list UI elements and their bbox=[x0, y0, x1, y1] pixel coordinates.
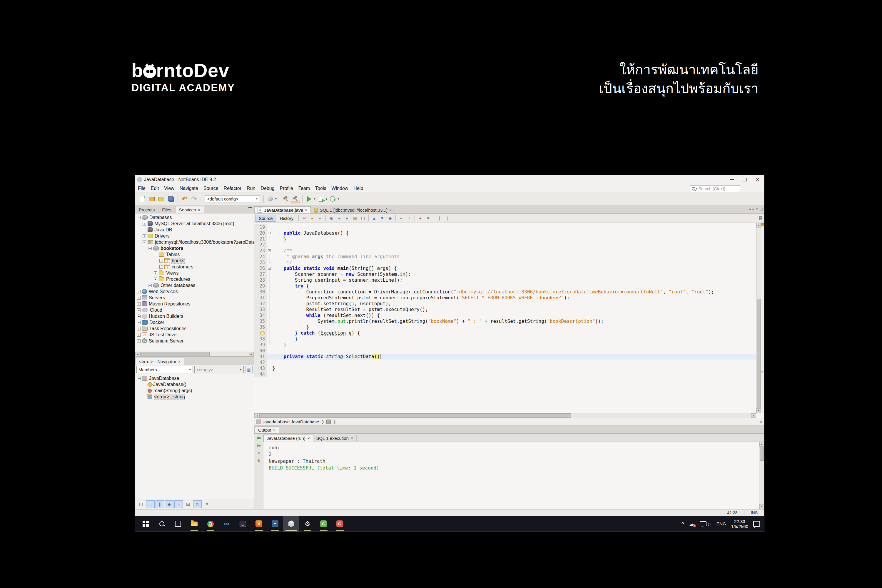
fold-box-marker[interactable] bbox=[267, 266, 272, 272]
expander-plus-icon[interactable]: + bbox=[137, 296, 141, 300]
expander-plus-icon[interactable]: + bbox=[137, 302, 141, 306]
find-selection-button[interactable]: ◉ bbox=[327, 214, 335, 222]
expander-minus-icon[interactable]: − bbox=[137, 216, 141, 219]
scroll-thumb[interactable] bbox=[760, 447, 764, 461]
last-edit-position-button[interactable]: ↩ bbox=[300, 214, 308, 222]
editor-tab-sql-1-jdbc-mysql-localhost-33[interactable]: SQL 1 [jdbc:mysql://localhost:33...]× bbox=[311, 207, 395, 213]
profile-project-button[interactable] bbox=[328, 194, 337, 204]
taskbar-camtasia[interactable] bbox=[315, 516, 332, 531]
code-line-20[interactable]: 20 public JavaDatabase() { bbox=[254, 230, 756, 236]
show-non-public-members-button[interactable]: ◆ bbox=[165, 500, 174, 508]
menu-run[interactable]: Run bbox=[244, 186, 258, 191]
close-icon[interactable]: × bbox=[760, 420, 762, 424]
close-icon[interactable]: × bbox=[178, 359, 180, 364]
code-line-31[interactable]: 31 PreparedStatement pstmt = connection.… bbox=[254, 295, 756, 301]
tree-item-java-db[interactable]: Java DB bbox=[135, 226, 254, 233]
tree-item-maven-repositories[interactable]: +Maven Repositories bbox=[135, 301, 254, 307]
editor-tab-javadatabase-java[interactable]: JavaDatabase.java× bbox=[254, 206, 311, 213]
previous-occurrence-button[interactable]: ▲ bbox=[370, 214, 378, 222]
run-project-dropdown-icon[interactable]: ▾ bbox=[314, 197, 315, 201]
project-configuration-select[interactable]: <default config>▾ bbox=[205, 195, 260, 203]
tab-services[interactable]: Services× bbox=[175, 206, 204, 213]
save-all-button[interactable] bbox=[166, 194, 176, 204]
tab-projects[interactable]: Projects bbox=[135, 206, 159, 213]
output-tab-sql-1-execution[interactable]: SQL 1 execution× bbox=[314, 435, 357, 442]
tree-item-bookstore[interactable]: −bookstore bbox=[135, 245, 254, 251]
tree-item-javadatabase[interactable]: JavaDatabase() bbox=[135, 381, 254, 387]
debug-project-button[interactable] bbox=[316, 194, 326, 204]
warning-bulb-icon[interactable] bbox=[260, 331, 265, 336]
fold-box-marker[interactable] bbox=[267, 230, 272, 236]
output-vscrollbar[interactable]: ▴ ▾ bbox=[759, 442, 764, 509]
code-editor[interactable]: 1920 public JavaDatabase() {21 }2223 /**… bbox=[254, 223, 764, 418]
expander-plus-icon[interactable]: + bbox=[154, 278, 157, 281]
taskbar-xampp[interactable] bbox=[251, 516, 267, 531]
expander-minus-icon[interactable]: − bbox=[154, 253, 157, 256]
code-line-44[interactable]: 44 bbox=[254, 371, 756, 377]
menu-file[interactable]: File bbox=[135, 186, 148, 191]
rectangular-selection-button[interactable]: ▢ bbox=[359, 214, 367, 222]
expander-plus-icon[interactable]: + bbox=[137, 333, 141, 337]
new-file-button[interactable] bbox=[137, 194, 146, 204]
code-viewport[interactable]: 1920 public JavaDatabase() {21 }2223 /**… bbox=[254, 223, 756, 413]
expander-plus-icon[interactable]: + bbox=[159, 265, 163, 269]
members-select[interactable]: Members▾ bbox=[136, 366, 193, 373]
scroll-up-icon[interactable]: ▴ bbox=[759, 442, 764, 447]
palette-grid-icon[interactable]: ▦ bbox=[759, 215, 763, 220]
project-configuration-dropdown-icon[interactable]: ▾ bbox=[275, 197, 277, 201]
menu-refactor[interactable]: Refactor bbox=[221, 186, 244, 191]
taskbar-camtasia-recorder[interactable] bbox=[332, 516, 348, 531]
start-macro-recording-button[interactable]: ● bbox=[417, 214, 424, 222]
show-inherited-members-button[interactable]: ◫ bbox=[137, 500, 145, 508]
view-toggle-history[interactable]: History bbox=[277, 215, 297, 222]
tree-item-javadatabase[interactable]: −JavaDatabase bbox=[135, 375, 254, 381]
tree-item-customers[interactable]: +customers bbox=[135, 264, 254, 270]
tree-item-servers[interactable]: +Servers bbox=[135, 295, 254, 301]
scroll-up-icon[interactable]: ▴ bbox=[756, 223, 761, 228]
tree-item-other-databases[interactable]: +Other databases bbox=[135, 282, 254, 288]
expander-minus-icon[interactable]: − bbox=[142, 240, 146, 244]
tree-item-js-test-driver[interactable]: +JS Test Driver bbox=[135, 332, 254, 338]
editor-vscrollbar[interactable]: ▴ ▾ bbox=[756, 223, 761, 413]
ant-settings-button[interactable]: ⚙ bbox=[255, 458, 262, 464]
expander-plus-icon[interactable]: + bbox=[154, 272, 157, 275]
expander-plus-icon[interactable]: + bbox=[142, 234, 146, 238]
code-line-42[interactable]: 42 bbox=[254, 360, 756, 366]
show-positions-button[interactable]: ◔ bbox=[174, 500, 183, 508]
clock[interactable]: 22:331/5/2560 bbox=[731, 519, 748, 529]
warning-status-icon[interactable] bbox=[761, 224, 764, 226]
code-line-27[interactable]: 27 Scanner scanner = new Scanner(System.… bbox=[254, 272, 756, 277]
expander-plus-icon[interactable]: + bbox=[137, 315, 141, 318]
tree-item-tables[interactable]: −Tables bbox=[135, 251, 254, 258]
tree-item-procedures[interactable]: +Procedures bbox=[135, 276, 254, 282]
code-line-33[interactable]: 33 ResultSet resultSet = pstmt.executeQu… bbox=[254, 307, 756, 312]
expander-plus-icon[interactable]: + bbox=[137, 321, 141, 324]
taskbar-file-explorer[interactable] bbox=[186, 516, 202, 531]
language-indicator[interactable]: ENG bbox=[717, 521, 726, 526]
menu-navigate[interactable]: Navigate bbox=[177, 186, 201, 191]
code-line-40[interactable]: 40 bbox=[254, 348, 756, 354]
close-icon[interactable]: × bbox=[351, 436, 353, 441]
scroll-left-icon[interactable]: ◂ bbox=[135, 352, 140, 356]
close-icon[interactable]: × bbox=[305, 208, 307, 213]
expander-plus-icon[interactable]: + bbox=[137, 308, 141, 312]
taskbar-settings[interactable] bbox=[299, 516, 315, 531]
taskbar-netbeans[interactable] bbox=[283, 516, 299, 531]
taskbar-mysql-workbench[interactable] bbox=[267, 516, 283, 531]
editor-hscrollbar[interactable]: ◂ ▸ bbox=[254, 413, 756, 418]
output-panel-tab[interactable]: Output× bbox=[254, 426, 279, 434]
re-run-with-different-parameters-button[interactable]: ▶▶ bbox=[255, 442, 262, 448]
sort-by-source-button[interactable]: ≡ bbox=[202, 500, 211, 508]
menu-view[interactable]: View bbox=[161, 186, 177, 191]
tree-item-drivers[interactable]: +Drivers bbox=[135, 233, 254, 239]
scroll-left-icon[interactable]: ◂ bbox=[254, 413, 259, 418]
expander-plus-icon[interactable]: + bbox=[137, 290, 141, 293]
expander-minus-icon[interactable]: − bbox=[148, 247, 152, 250]
code-line-29[interactable]: 29 try { bbox=[254, 283, 756, 289]
code-line-25[interactable]: 25 */ bbox=[254, 260, 756, 266]
scroll-thumb[interactable] bbox=[757, 299, 760, 409]
code-line-24[interactable]: 24 * @param args the command line argume… bbox=[254, 254, 756, 260]
close-icon[interactable]: × bbox=[273, 428, 276, 432]
sort-by-name-button[interactable]: ⇅ bbox=[193, 500, 202, 508]
menu-profile[interactable]: Profile bbox=[277, 186, 296, 191]
